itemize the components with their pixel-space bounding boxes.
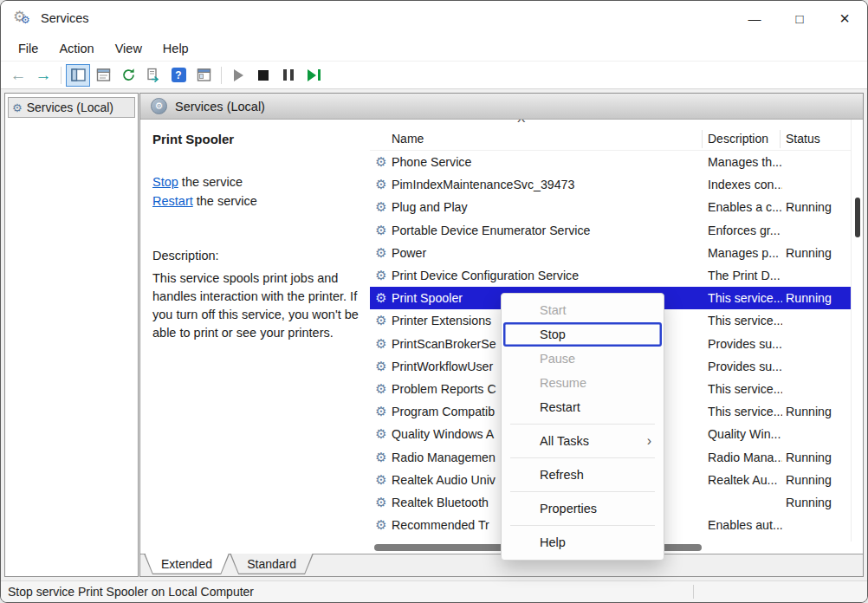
service-name: Portable Device Enumerator Service xyxy=(392,224,699,237)
description-label: Description: xyxy=(152,249,365,263)
service-row[interactable]: ⚙ Print Device Configuration Service The… xyxy=(370,264,851,287)
service-status: Running xyxy=(786,473,851,487)
menu-item-properties[interactable]: Properties › xyxy=(502,496,664,521)
service-description: Enables a c... xyxy=(708,200,782,214)
service-name: PimIndexMaintenanceSvc_39473 xyxy=(392,178,699,191)
forward-arrow-icon: → xyxy=(36,66,52,85)
toolbar-separator xyxy=(61,67,62,84)
vertical-scrollbar-thumb[interactable] xyxy=(855,198,860,237)
sort-ascending-icon: ^ xyxy=(517,120,525,128)
menu-item-label: Stop xyxy=(540,327,566,341)
service-gear-icon: ⚙ xyxy=(373,517,389,533)
menu-item-restart[interactable]: Restart › xyxy=(502,395,664,419)
tree-item-label: Services (Local) xyxy=(27,100,113,114)
service-row[interactable]: ⚙ PimIndexMaintenanceSvc_39473 Indexes c… xyxy=(370,173,851,196)
service-row[interactable]: ⚙ Portable Device Enumerator Service Enf… xyxy=(370,219,851,242)
status-bar-divider xyxy=(693,585,694,599)
properties-button[interactable] xyxy=(91,64,115,87)
refresh-button[interactable] xyxy=(116,64,140,87)
tree-item-services-local[interactable]: ⚙ Services (Local) xyxy=(8,97,135,118)
menu-item-start[interactable]: Start › xyxy=(502,298,664,322)
help-button[interactable]: ? xyxy=(166,64,191,87)
menu-item-refresh[interactable]: Refresh › xyxy=(502,463,664,487)
menu-item-stop[interactable]: Stop › xyxy=(503,322,662,347)
service-description: Quality Win... xyxy=(708,427,782,441)
column-header-name[interactable]: Name xyxy=(392,132,424,146)
column-divider xyxy=(702,130,703,148)
stop-service-line: Stop the service xyxy=(152,172,365,191)
help-icon: ? xyxy=(172,68,186,82)
service-description: Provides su... xyxy=(708,337,782,351)
service-name: Plug and Play xyxy=(392,200,699,214)
column-header-description[interactable]: Description xyxy=(708,132,768,146)
pane-header-gear-icon: ⚙ xyxy=(151,98,167,114)
tab-standard-label: Standard xyxy=(247,557,296,571)
console-tree-icon xyxy=(71,68,86,82)
menu-view[interactable]: View xyxy=(105,38,152,59)
properties-window-icon xyxy=(96,68,111,82)
service-description: Manages th... xyxy=(708,155,782,169)
menu-item-label: Help xyxy=(540,535,566,549)
service-gear-icon: ⚙ xyxy=(373,177,389,192)
minimize-button[interactable]: — xyxy=(732,1,777,36)
services-node-icon: ⚙ xyxy=(12,101,23,114)
start-icon xyxy=(234,69,243,81)
menu-item-pause[interactable]: Pause › xyxy=(502,347,664,371)
service-gear-icon: ⚙ xyxy=(373,359,389,374)
start-service-button[interactable] xyxy=(226,64,250,87)
taskpad-view-button[interactable] xyxy=(191,64,216,87)
menu-bar: File Action View Help xyxy=(1,36,867,62)
selected-service-title: Print Spooler xyxy=(152,132,365,146)
service-gear-icon: ⚙ xyxy=(373,404,389,419)
stop-service-link[interactable]: Stop xyxy=(152,175,178,189)
forward-button[interactable]: → xyxy=(31,64,55,87)
vertical-scrollbar[interactable] xyxy=(851,120,863,541)
tab-extended[interactable]: Extended xyxy=(144,554,230,574)
column-header-status[interactable]: Status xyxy=(786,132,820,146)
menu-item-label: All Tasks xyxy=(540,434,589,448)
tab-standard[interactable]: Standard xyxy=(230,554,314,574)
services-window: ⚙ ⚙ Services — □ × File Action View Help… xyxy=(0,0,868,603)
service-row[interactable]: ⚙ Phone Service Manages th... xyxy=(370,151,851,173)
service-gear-icon: ⚙ xyxy=(373,245,389,261)
service-description: Enforces gr... xyxy=(708,224,782,237)
status-bar: Stop service Print Spooler on Local Comp… xyxy=(1,580,867,602)
stop-service-button[interactable] xyxy=(251,64,275,87)
service-status: Running xyxy=(786,291,851,305)
refresh-icon xyxy=(121,68,136,82)
service-description: Radio Mana... xyxy=(708,451,782,464)
pause-service-button[interactable] xyxy=(276,64,301,87)
extended-detail-panel: Print Spooler Stop the service Restart t… xyxy=(140,120,370,554)
service-gear-icon: ⚙ xyxy=(373,223,389,238)
service-gear-icon: ⚙ xyxy=(373,381,389,397)
menu-item-help[interactable]: Help › xyxy=(502,530,664,554)
menu-help[interactable]: Help xyxy=(152,38,199,59)
maximize-button[interactable]: □ xyxy=(777,1,822,36)
restart-icon xyxy=(308,69,321,81)
restart-service-button[interactable] xyxy=(301,64,326,87)
back-button[interactable]: ← xyxy=(6,64,30,87)
show-console-tree-button[interactable] xyxy=(66,64,90,87)
service-row[interactable]: ⚙ Power Manages p... Running xyxy=(370,242,851,264)
restart-service-link[interactable]: Restart xyxy=(152,194,193,208)
menu-item-all-tasks[interactable]: All Tasks › xyxy=(502,429,664,453)
service-row[interactable]: ⚙ Plug and Play Enables a c... Running xyxy=(370,196,851,218)
service-gear-icon: ⚙ xyxy=(373,313,389,328)
service-gear-icon: ⚙ xyxy=(373,336,389,352)
close-button[interactable]: × xyxy=(822,1,867,36)
service-name: Print Device Configuration Service xyxy=(392,269,699,282)
service-description: The Print D... xyxy=(708,269,782,282)
menu-file[interactable]: File xyxy=(8,38,49,59)
service-status: Running xyxy=(786,200,851,214)
menu-item-resume[interactable]: Resume › xyxy=(502,371,664,395)
export-list-button[interactable] xyxy=(141,64,165,87)
menu-item-label: Pause xyxy=(540,352,575,366)
main-area: ⚙ Services (Local) ⚙ Services (Local) Pr… xyxy=(1,89,867,580)
menu-separator xyxy=(510,491,655,492)
pane-header-title: Services (Local) xyxy=(175,100,265,113)
service-status: Running xyxy=(786,451,851,464)
service-status: Running xyxy=(786,246,851,260)
menu-action[interactable]: Action xyxy=(49,38,104,59)
service-gear-icon: ⚙ xyxy=(373,472,389,488)
back-arrow-icon: ← xyxy=(10,66,27,85)
